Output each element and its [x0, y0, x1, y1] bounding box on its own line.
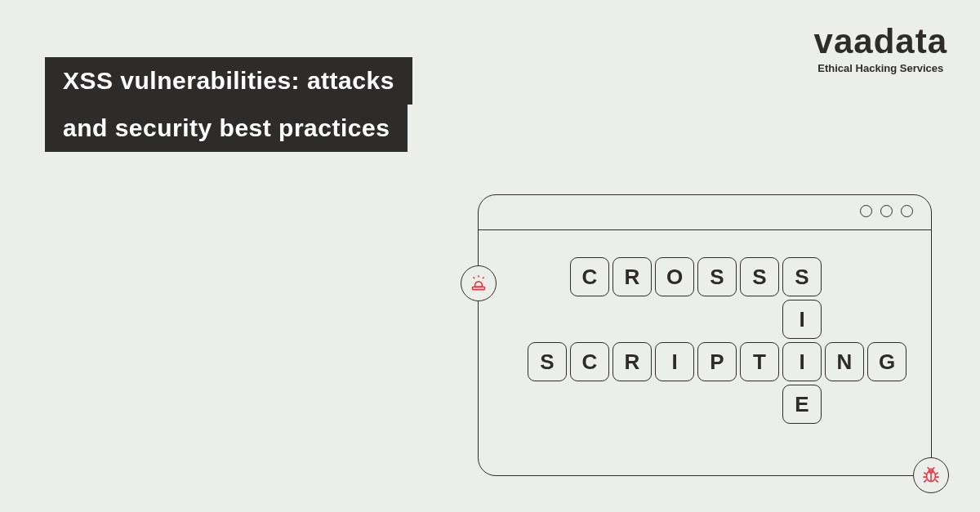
logo-tagline: Ethical Hacking Services: [814, 62, 947, 74]
word-scripting: S C R I P T I N G: [526, 341, 908, 383]
browser-divider: [479, 229, 931, 230]
tile: I: [782, 300, 822, 339]
window-dot: [860, 205, 872, 217]
tile: E: [782, 385, 822, 424]
window-controls: [860, 205, 913, 217]
alert-icon: [461, 265, 497, 301]
tile: N: [825, 342, 864, 381]
tile: I: [655, 342, 694, 381]
tile: I: [782, 342, 822, 381]
tile: S: [528, 342, 567, 381]
tile: R: [612, 257, 652, 296]
tile: G: [867, 342, 906, 381]
tile: R: [612, 342, 652, 381]
window-dot: [901, 205, 913, 217]
tile: S: [697, 257, 737, 296]
tile: C: [570, 257, 609, 296]
tile: S: [740, 257, 779, 296]
tile: C: [570, 342, 609, 381]
word-cross: C R O S S S: [568, 256, 823, 298]
tile: O: [655, 257, 694, 296]
svg-rect-0: [472, 287, 484, 289]
brand-logo: vaadata Ethical Hacking Services: [814, 24, 947, 74]
logo-text: vaadata: [814, 24, 947, 59]
browser-window: C R O S S S I S C R I P T I N G E: [478, 194, 932, 476]
tile: S: [782, 257, 822, 296]
title-line-2: and security best practices: [45, 105, 408, 152]
bug-icon: [913, 457, 949, 493]
window-dot: [880, 205, 893, 217]
tile: T: [740, 342, 779, 381]
title-line-1: XSS vulnerabilities: attacks: [45, 57, 412, 105]
tile: P: [697, 342, 737, 381]
